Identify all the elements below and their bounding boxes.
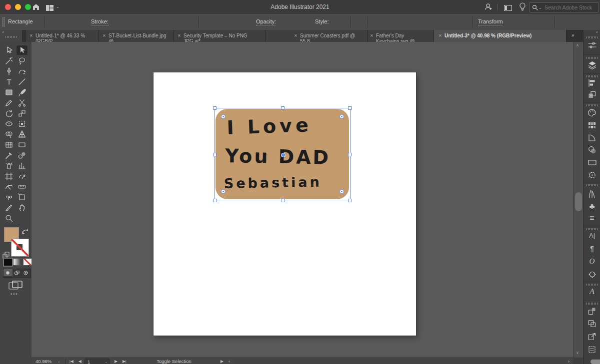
panel-expand-icon[interactable]: «	[596, 30, 598, 34]
next-artboard-button[interactable]: ▶	[114, 358, 118, 364]
free-transform-tool[interactable]	[16, 119, 28, 128]
stroke-panel-icon[interactable]: ≡	[584, 214, 600, 223]
artboards-panel-icon[interactable]	[587, 319, 597, 329]
curvature-tool[interactable]	[16, 66, 28, 76]
draw-normal-button[interactable]	[4, 269, 12, 276]
gradient-mode-button[interactable]	[13, 258, 22, 266]
type-tool[interactable]: T	[4, 77, 14, 86]
live-corner-widget-top-left[interactable]	[221, 114, 226, 119]
tab-st-bucket-list[interactable]: ✕ ST-Bucket-List-Bundle.jpg @…	[99, 30, 174, 42]
paragraph-panel-icon[interactable]: ¶	[584, 245, 600, 253]
character-panel-icon[interactable]: A|	[584, 232, 600, 239]
rotate-view-tool[interactable]	[16, 171, 28, 181]
selection-center-point[interactable]	[281, 153, 286, 157]
artboard-number-dropdown[interactable]: 1 ⌄	[84, 359, 110, 364]
selection-handle-bottom-right[interactable]	[348, 199, 352, 202]
anchor-point-tool[interactable]	[4, 182, 14, 191]
canvas[interactable]: I Love You DAD Sebastian	[32, 42, 573, 358]
measure-tool[interactable]	[16, 182, 28, 191]
color-mode-button[interactable]	[3, 258, 13, 267]
tab-security-template[interactable]: ✕ Security Template – No PNG JPG.ai*	[174, 30, 266, 42]
shaper-pencil-tool[interactable]	[4, 98, 14, 107]
export-panel-icon[interactable]	[587, 332, 597, 342]
magic-wand-tool[interactable]	[4, 56, 14, 65]
opentype-panel-icon[interactable]: O	[584, 257, 600, 266]
line-segment-tool[interactable]	[16, 77, 28, 86]
panel-drag-grip[interactable]	[586, 104, 598, 106]
horizontal-scroll-thumb[interactable]	[590, 360, 600, 364]
panel-drag-grip[interactable]	[586, 57, 598, 59]
transparency-panel-icon[interactable]	[587, 145, 597, 155]
tab-fathers-day-keychains[interactable]: ✕ Father's Day Keychains.svg @…	[368, 30, 434, 42]
tab-untitled-3-active[interactable]: ✕ Untitled-3* @ 40.98 % (RGB/Preview)	[434, 30, 566, 42]
vertical-scrollbar[interactable]: ∧ ∨	[573, 42, 584, 358]
selection-handle-top-right[interactable]	[348, 106, 352, 110]
shape-builder-tool[interactable]	[4, 129, 14, 139]
layers-panel-icon[interactable]	[587, 60, 597, 70]
share-user-icon[interactable]	[484, 2, 492, 13]
paintbrush-tool[interactable]	[16, 87, 28, 97]
panel-drag-grip[interactable]	[586, 36, 598, 38]
direct-selection-tool[interactable]	[4, 45, 14, 55]
properties-panel-icon[interactable]	[587, 40, 597, 50]
toolbar-drag-grip[interactable]	[6, 36, 16, 38]
pattern-options-panel-icon[interactable]	[587, 345, 597, 355]
panel-drag-grip[interactable]	[586, 75, 598, 77]
stroke-color-indicator[interactable]	[11, 239, 29, 257]
hscroll-right-icon[interactable]: ›	[568, 358, 570, 364]
tab-summer-coasters[interactable]: ✕ Summer Coasters.pdf @ 55.8…	[266, 30, 368, 42]
search-scope-chevron-icon[interactable]: ⌄	[538, 6, 542, 10]
rotate-tool[interactable]	[4, 108, 14, 118]
transform-link[interactable]: Transform	[478, 18, 503, 25]
horizontal-scrollbar[interactable]	[234, 359, 566, 364]
artboard-tool[interactable]	[4, 171, 14, 181]
selection-handle-bottom-center[interactable]	[281, 199, 284, 202]
edit-toolbar-icon[interactable]: •••	[10, 292, 18, 297]
tab-overflow-icon[interactable]: ››	[572, 32, 574, 38]
column-graph-tool[interactable]	[16, 161, 28, 170]
previous-artboard-button[interactable]: ◀	[78, 358, 82, 364]
stock-search-box[interactable]: ⌄	[529, 2, 599, 12]
tab-close-icon[interactable]: ✕	[294, 33, 298, 38]
draw-behind-button[interactable]	[12, 269, 22, 276]
scroll-up-icon[interactable]: ∧	[576, 43, 579, 47]
color-guide-panel-icon[interactable]	[587, 120, 597, 130]
brushes-panel-icon[interactable]	[587, 189, 597, 199]
zoom-level-value[interactable]: 40.98%	[36, 358, 52, 364]
rectangle-tool[interactable]	[4, 87, 14, 97]
screen-mode-icon[interactable]	[8, 281, 22, 292]
tab-close-icon[interactable]: ✕	[102, 33, 106, 38]
tab-close-icon[interactable]: ✕	[178, 33, 181, 38]
symbols-panel-icon[interactable]: ♣	[584, 202, 600, 212]
selection-handle-bottom-left[interactable]	[213, 199, 216, 202]
panel-drag-grip[interactable]	[586, 284, 598, 286]
character-styles-panel-icon[interactable]: A	[584, 287, 600, 296]
panel-drag-grip[interactable]	[586, 228, 598, 230]
live-corner-widget-bottom-right[interactable]	[340, 189, 344, 194]
swap-fill-stroke-icon[interactable]	[22, 228, 28, 237]
hscroll-left-icon[interactable]: ‹	[228, 358, 230, 364]
selection-handle-middle-left[interactable]	[213, 153, 216, 156]
scale-tool[interactable]	[16, 108, 28, 118]
print-tiling-tool[interactable]	[16, 192, 28, 202]
align-panel-icon[interactable]	[587, 78, 597, 88]
gradient-panel-icon[interactable]	[587, 157, 597, 167]
live-corner-widget-bottom-left[interactable]	[221, 189, 226, 194]
none-mode-button[interactable]	[23, 258, 32, 266]
width-tool[interactable]	[4, 119, 14, 128]
pathfinder-panel-icon[interactable]	[587, 90, 597, 100]
puppet-warp-tool[interactable]	[4, 192, 14, 202]
swatches-panel-icon[interactable]	[587, 133, 597, 143]
tab-close-icon[interactable]: ✕	[370, 33, 374, 38]
status-expand-icon[interactable]: ▶	[220, 358, 224, 364]
tab-close-icon[interactable]: ✕	[438, 33, 442, 38]
gradient-tool[interactable]	[16, 140, 28, 149]
controlbar-grip[interactable]	[2, 17, 5, 27]
scissors-tool[interactable]	[16, 98, 28, 107]
panel-drag-grip[interactable]	[586, 303, 598, 305]
selection-handle-middle-right[interactable]	[348, 153, 352, 156]
perspective-grid-tool[interactable]	[16, 129, 28, 139]
live-corner-widget-top-right[interactable]	[340, 114, 344, 119]
hand-tool[interactable]	[16, 203, 28, 212]
asset-export-panel-icon[interactable]	[587, 306, 597, 316]
